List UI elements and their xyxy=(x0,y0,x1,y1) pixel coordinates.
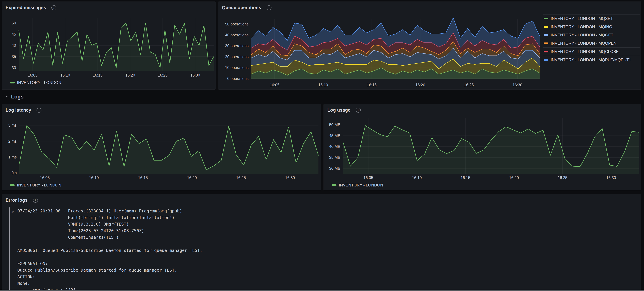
legend-swatch-icon xyxy=(544,51,548,53)
svg-text:16:15: 16:15 xyxy=(138,175,148,180)
svg-text:16:20: 16:20 xyxy=(125,73,135,77)
panel-expired-messages: Expired messages i 16:0516:1016:1516:201… xyxy=(2,2,216,90)
legend-item[interactable]: INVENTORY - LONDON - MQOPEN xyxy=(543,39,640,47)
legend-label: INVENTORY - LONDON - MQOPEN xyxy=(551,41,616,46)
legend-label: INVENTORY - LONDON - MQINQ xyxy=(551,25,612,29)
panel-title: Log latency xyxy=(6,108,31,113)
legend-label: INVENTORY - LONDON xyxy=(17,183,61,187)
svg-text:50 operations: 50 operations xyxy=(225,22,248,26)
legend-item[interactable]: INVENTORY - LONDON - MQGET xyxy=(543,31,640,39)
legend-item[interactable]: INVENTORY - LONDON - MQPUT/MQPUT1 xyxy=(543,56,640,64)
svg-text:30 operations: 30 operations xyxy=(225,44,248,48)
panel-header[interactable]: Expired messages i xyxy=(6,5,56,10)
chart-legend: INVENTORY - LONDON xyxy=(332,183,383,187)
svg-text:16:15: 16:15 xyxy=(460,175,470,180)
legend-label: INVENTORY - LONDON xyxy=(17,80,61,85)
error-log-text[interactable]: 07/24/23 20:31:08 - Process(323034.1) Us… xyxy=(17,208,215,291)
svg-text:35 MB: 35 MB xyxy=(329,155,340,160)
legend-label: INVENTORY - LONDON xyxy=(339,183,383,187)
svg-text:16:05: 16:05 xyxy=(364,175,373,180)
log-latency-chart[interactable]: 16:0516:1016:1516:2016:2516:300 s1 ms2 m… xyxy=(2,104,321,190)
svg-text:16:25: 16:25 xyxy=(558,175,568,180)
svg-text:16:30: 16:30 xyxy=(513,83,522,87)
svg-text:16:25: 16:25 xyxy=(464,83,474,87)
svg-text:40 operations: 40 operations xyxy=(225,33,248,37)
legend-item[interactable]: INVENTORY - LONDON - MQSET xyxy=(543,14,640,23)
expand-log-row-icon[interactable]: > xyxy=(12,208,14,215)
svg-text:1 ms: 1 ms xyxy=(8,155,17,159)
legend-swatch-icon xyxy=(332,184,336,186)
panel-title: Queue operations xyxy=(222,5,261,10)
svg-text:16:20: 16:20 xyxy=(416,83,425,87)
svg-text:16:25: 16:25 xyxy=(158,73,168,77)
chevron-down-icon xyxy=(5,95,9,99)
svg-text:10 operations: 10 operations xyxy=(225,65,248,70)
svg-text:2 ms: 2 ms xyxy=(8,139,17,143)
chart-legend: INVENTORY - LONDON - MQSETINVENTORY - LO… xyxy=(543,14,640,64)
info-icon[interactable]: i xyxy=(266,5,272,10)
svg-text:16:20: 16:20 xyxy=(187,175,197,180)
svg-text:30 MB: 30 MB xyxy=(329,166,340,171)
chart-legend: INVENTORY - LONDON xyxy=(10,183,61,187)
legend-item[interactable]: INVENTORY - LONDON - MQINQ xyxy=(543,23,640,31)
svg-text:40: 40 xyxy=(12,43,16,48)
svg-text:45: 45 xyxy=(12,32,16,37)
svg-text:0 operations: 0 operations xyxy=(227,76,248,81)
legend-swatch-icon xyxy=(544,18,548,19)
legend-swatch-icon xyxy=(10,82,15,84)
log-level-bar xyxy=(9,207,10,290)
svg-text:0 s: 0 s xyxy=(12,171,17,175)
legend-label: INVENTORY - LONDON - MQSET xyxy=(551,16,613,21)
chart-legend: INVENTORY - LONDON xyxy=(10,80,61,85)
svg-text:20 operations: 20 operations xyxy=(225,55,248,59)
svg-text:16:05: 16:05 xyxy=(270,83,280,87)
grafana-dashboard: Expired messages i 16:0516:1016:1516:201… xyxy=(0,0,644,291)
panel-log-latency: Log latency i 16:0516:1016:1516:2016:251… xyxy=(2,104,321,190)
expired-messages-chart[interactable]: 16:0516:1016:1516:2016:2516:303035404550 xyxy=(2,2,216,89)
panel-header[interactable]: Log usage i xyxy=(328,108,361,113)
legend-swatch-icon xyxy=(10,184,15,186)
svg-text:16:15: 16:15 xyxy=(93,73,102,77)
horizontal-scrollbar[interactable] xyxy=(0,290,644,291)
svg-text:50: 50 xyxy=(12,21,16,25)
panel-queue-operations: Queue operations i 16:0516:1016:1516:201… xyxy=(218,2,641,90)
svg-text:16:10: 16:10 xyxy=(412,175,422,180)
svg-text:16:10: 16:10 xyxy=(60,73,70,77)
svg-text:16:30: 16:30 xyxy=(190,73,200,77)
section-header-logs[interactable]: Logs xyxy=(5,93,24,101)
svg-text:16:05: 16:05 xyxy=(28,73,38,77)
legend-label: INVENTORY - LONDON - MQCLOSE xyxy=(551,49,619,54)
panel-title: Expired messages xyxy=(6,5,46,10)
panel-title: Error logs xyxy=(6,198,28,203)
svg-text:16:05: 16:05 xyxy=(40,175,50,180)
svg-text:16:20: 16:20 xyxy=(509,175,519,180)
legend-item[interactable]: INVENTORY - LONDON xyxy=(10,183,61,187)
svg-text:16:30: 16:30 xyxy=(606,175,616,180)
panel-header[interactable]: Queue operations i xyxy=(222,5,272,10)
legend-swatch-icon xyxy=(544,43,548,44)
panel-error-logs: Error logs i > 07/24/23 20:31:08 - Proce… xyxy=(2,194,641,291)
svg-text:40 MB: 40 MB xyxy=(329,144,340,149)
legend-item[interactable]: INVENTORY - LONDON xyxy=(332,183,383,187)
log-usage-chart[interactable]: 16:0516:1016:1516:2016:2516:3030 MB35 MB… xyxy=(324,104,641,190)
legend-swatch-icon xyxy=(544,59,548,61)
info-icon[interactable]: i xyxy=(51,5,56,10)
legend-swatch-icon xyxy=(544,34,548,36)
legend-item[interactable]: INVENTORY - LONDON - MQCLOSE xyxy=(543,47,640,56)
panel-log-usage: Log usage i 16:0516:1016:1516:2016:2516:… xyxy=(324,104,641,190)
legend-label: INVENTORY - LONDON - MQPUT/MQPUT1 xyxy=(551,58,631,62)
panel-header[interactable]: Log latency i xyxy=(6,108,42,113)
section-title: Logs xyxy=(11,94,24,100)
svg-text:3 ms: 3 ms xyxy=(8,123,17,127)
panel-title: Log usage xyxy=(328,108,350,113)
svg-text:16:25: 16:25 xyxy=(236,175,246,180)
svg-text:16:15: 16:15 xyxy=(367,83,376,87)
svg-text:16:30: 16:30 xyxy=(285,175,295,180)
legend-swatch-icon xyxy=(544,26,548,28)
svg-text:45 MB: 45 MB xyxy=(329,134,340,138)
info-icon[interactable]: i xyxy=(36,108,42,113)
info-icon[interactable]: i xyxy=(33,198,38,203)
panel-header[interactable]: Error logs i xyxy=(6,198,38,203)
legend-item[interactable]: INVENTORY - LONDON xyxy=(10,80,61,85)
info-icon[interactable]: i xyxy=(356,108,361,113)
